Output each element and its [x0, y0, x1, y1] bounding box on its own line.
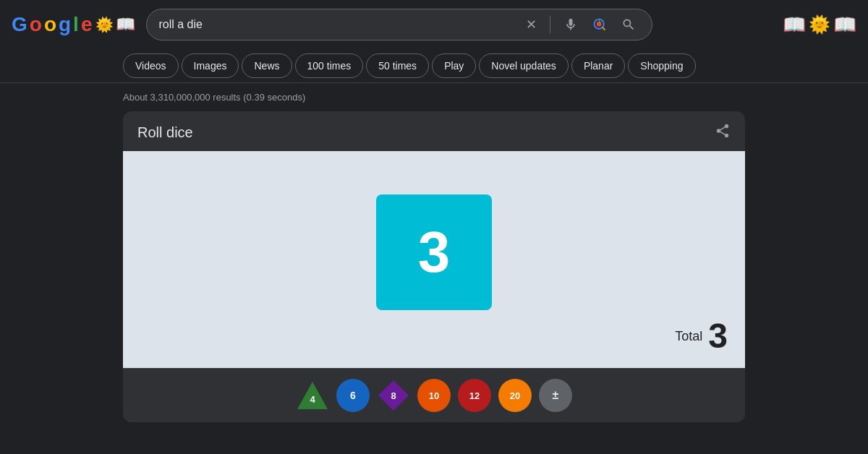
dice-d8-button[interactable]: 8: [377, 379, 410, 412]
dice-d10-button[interactable]: 10: [417, 379, 451, 412]
dice-custom-button[interactable]: ±: [539, 379, 572, 412]
tab-novel-updates[interactable]: Novel updates: [479, 53, 569, 78]
logo-o1: o: [30, 13, 41, 36]
dice-d4-label: 4: [310, 393, 315, 404]
header: Google 🌞 📖 roll a die ✕: [0, 0, 868, 49]
total-value: 3: [708, 319, 728, 354]
dice-d20-label: 20: [510, 390, 520, 401]
tab-planar[interactable]: Planar: [571, 53, 625, 78]
dice-card-title: Roll dice: [137, 124, 193, 141]
mic-button[interactable]: [559, 16, 582, 33]
share-button[interactable]: [715, 123, 731, 142]
dice-d12-button[interactable]: 12: [458, 379, 491, 412]
logo-sun-icon: 🌞: [95, 16, 113, 33]
tab-shopping[interactable]: Shopping: [628, 53, 695, 78]
dice-d4-button[interactable]: 4: [296, 379, 329, 412]
nav-tabs: Videos Images News 100 times 50 times Pl…: [0, 49, 868, 83]
die-value: 3: [418, 219, 451, 286]
search-input[interactable]: roll a die: [158, 18, 516, 31]
logo-g2: g: [59, 13, 70, 36]
logo-g: G: [12, 13, 27, 36]
dice-selector: 4 6 8 10 12 20 ±: [123, 368, 745, 422]
logo-e: e: [81, 13, 92, 36]
results-info: About 3,310,000,000 results (0.39 second…: [0, 83, 868, 111]
die-face[interactable]: 3: [376, 194, 492, 310]
tab-50times[interactable]: 50 times: [366, 53, 429, 78]
tab-news[interactable]: News: [242, 53, 292, 78]
header-right-icons: 📖 🌞 📖: [783, 14, 856, 36]
lens-button[interactable]: [588, 16, 611, 33]
dice-card: Roll dice 3 Total 3 4 6: [123, 111, 745, 422]
dice-area[interactable]: 3 Total 3: [123, 151, 745, 368]
dice-d10-label: 10: [429, 390, 439, 401]
clear-button[interactable]: ✕: [522, 15, 541, 34]
dice-custom-label: ±: [553, 389, 559, 402]
dice-d20-button[interactable]: 20: [498, 379, 532, 412]
search-divider: [550, 16, 550, 33]
dice-d6-button[interactable]: 6: [336, 379, 370, 412]
logo-o2: o: [44, 13, 56, 36]
logo-book-left-icon: 📖: [116, 15, 135, 34]
dice-d12-label: 12: [469, 390, 480, 401]
header-sun-icon: 🌞: [809, 14, 830, 35]
svg-point-1: [597, 22, 602, 27]
search-submit-button[interactable]: [617, 16, 640, 33]
search-bar: roll a die ✕: [146, 9, 652, 40]
dice-card-header: Roll dice: [123, 111, 745, 151]
dice-d6-label: 6: [350, 390, 356, 401]
results-summary: About 3,310,000,000 results (0.39 second…: [123, 92, 305, 103]
tab-100times[interactable]: 100 times: [295, 53, 364, 78]
total-display: Total 3: [675, 319, 728, 354]
tab-images[interactable]: Images: [182, 53, 239, 78]
dice-d8-label: 8: [391, 390, 396, 401]
total-label: Total: [675, 329, 702, 344]
tab-play[interactable]: Play: [432, 53, 476, 78]
logo-l: l: [73, 13, 78, 36]
header-book-icon: 📖: [783, 14, 806, 36]
header-book2-icon: 📖: [833, 14, 856, 36]
tab-videos[interactable]: Videos: [123, 53, 179, 78]
google-logo[interactable]: Google 🌞 📖: [12, 13, 135, 36]
